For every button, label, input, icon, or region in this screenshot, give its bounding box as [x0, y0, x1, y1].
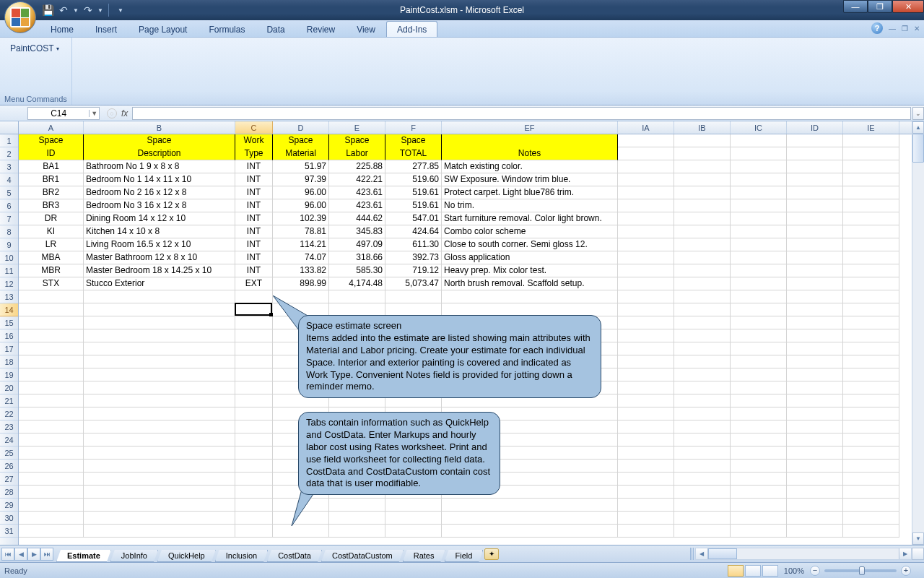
cell[interactable]: [19, 447, 84, 460]
cell[interactable]: [235, 316, 273, 329]
cell[interactable]: [618, 199, 674, 212]
cell[interactable]: [731, 147, 787, 160]
cell[interactable]: [787, 447, 843, 460]
row-header-26[interactable]: 26: [0, 460, 18, 473]
cell[interactable]: [674, 134, 731, 147]
cell[interactable]: [674, 277, 731, 290]
cell[interactable]: 519.60: [385, 173, 442, 186]
cell[interactable]: Material: [273, 147, 329, 160]
cell[interactable]: [674, 525, 731, 538]
cell[interactable]: [618, 173, 674, 186]
cell[interactable]: Gloss application: [442, 251, 618, 264]
row-header-2[interactable]: 2: [0, 147, 18, 160]
cell[interactable]: 96.00: [273, 199, 329, 212]
save-icon[interactable]: 💾: [40, 3, 55, 17]
cell[interactable]: [731, 473, 787, 486]
spreadsheet-grid[interactable]: ABCDEFEFIAIBICIDIE 123456789101112131415…: [0, 121, 924, 545]
sheet-tab-quickhelp[interactable]: QuickHelp: [157, 550, 216, 562]
select-all-corner[interactable]: [0, 121, 19, 134]
sheet-tab-jobinfo[interactable]: JobInfo: [110, 550, 158, 562]
cell[interactable]: [787, 186, 843, 199]
row-header-3[interactable]: 3: [0, 160, 18, 173]
paintcost-menu-button[interactable]: PaintCOST ▾: [4, 40, 67, 56]
col-header-EF[interactable]: EF: [442, 121, 618, 134]
close-workbook-icon[interactable]: ✕: [914, 25, 920, 33]
cell[interactable]: [618, 316, 674, 329]
close-button[interactable]: ✕: [892, 0, 924, 13]
cell[interactable]: [731, 160, 787, 173]
cell[interactable]: 74.07: [273, 251, 329, 264]
cell[interactable]: [618, 225, 674, 238]
cell[interactable]: [674, 473, 731, 486]
sheet-tab-inclusion[interactable]: Inclusion: [215, 550, 268, 562]
cell[interactable]: [787, 394, 843, 407]
cell[interactable]: [843, 134, 899, 147]
cell[interactable]: INT: [235, 173, 273, 186]
cell[interactable]: [674, 199, 731, 212]
cell[interactable]: INT: [235, 251, 273, 264]
cell[interactable]: 497.09: [329, 238, 385, 251]
cell[interactable]: [674, 264, 731, 277]
cell[interactable]: 423.61: [329, 186, 385, 199]
cell[interactable]: [674, 303, 731, 316]
cell[interactable]: [843, 316, 899, 329]
cell[interactable]: [787, 225, 843, 238]
cell[interactable]: [731, 251, 787, 264]
cell[interactable]: [618, 147, 674, 160]
cell[interactable]: Notes: [442, 147, 618, 160]
cell[interactable]: [84, 525, 235, 538]
ribbon-tab-page-layout[interactable]: Page Layout: [128, 21, 198, 37]
cell[interactable]: [731, 368, 787, 381]
row-header-24[interactable]: 24: [0, 434, 18, 447]
cell[interactable]: [674, 434, 731, 447]
cell[interactable]: Kitchen 14 x 10 x 8: [84, 225, 235, 238]
cell[interactable]: [618, 134, 674, 147]
cell[interactable]: [731, 238, 787, 251]
col-header-B[interactable]: B: [84, 121, 235, 134]
cell[interactable]: [235, 342, 273, 355]
cell[interactable]: [674, 342, 731, 355]
cell[interactable]: [843, 460, 899, 473]
cell[interactable]: [19, 407, 84, 420]
cell[interactable]: [235, 303, 273, 316]
col-header-D[interactable]: D: [273, 121, 329, 134]
column-headers[interactable]: ABCDEFEFIAIBICIDIE: [19, 121, 912, 134]
scroll-left-icon[interactable]: ◀: [696, 548, 708, 559]
cell[interactable]: [731, 447, 787, 460]
cell[interactable]: [19, 355, 84, 368]
row-header-15[interactable]: 15: [0, 316, 18, 329]
cell[interactable]: [84, 512, 235, 525]
cell[interactable]: 611.30: [385, 238, 442, 251]
cell[interactable]: [787, 407, 843, 420]
cell[interactable]: [674, 212, 731, 225]
row-header-30[interactable]: 30: [0, 512, 18, 525]
row-header-20[interactable]: 20: [0, 381, 18, 394]
cell[interactable]: [787, 525, 843, 538]
cell[interactable]: [674, 316, 731, 329]
cell[interactable]: [731, 381, 787, 394]
cell[interactable]: [19, 512, 84, 525]
cell[interactable]: [787, 212, 843, 225]
cell[interactable]: Close to south corner. Semi gloss 12.: [442, 238, 618, 251]
cell[interactable]: 133.82: [273, 264, 329, 277]
undo-dropdown-icon[interactable]: ▼: [72, 3, 79, 17]
name-box-dropdown-icon[interactable]: ▼: [89, 110, 99, 117]
cell[interactable]: 345.83: [329, 225, 385, 238]
cell[interactable]: [618, 420, 674, 434]
cell[interactable]: [731, 525, 787, 538]
sheet-tab-costdatacustom[interactable]: CostDataCustom: [321, 550, 404, 562]
cell[interactable]: [618, 329, 674, 342]
cell[interactable]: [618, 277, 674, 290]
cell[interactable]: [843, 368, 899, 381]
cell[interactable]: [843, 381, 899, 394]
zoom-level[interactable]: 100%: [784, 566, 804, 575]
cell[interactable]: [843, 355, 899, 368]
cell[interactable]: 114.21: [273, 238, 329, 251]
cell[interactable]: [442, 499, 618, 512]
cell[interactable]: [235, 394, 273, 407]
cell[interactable]: [674, 238, 731, 251]
vscroll-thumb[interactable]: [912, 134, 924, 163]
cell[interactable]: 96.00: [273, 186, 329, 199]
cell[interactable]: [787, 460, 843, 473]
cell[interactable]: Master Bathroom 12 x 8 x 10: [84, 251, 235, 264]
